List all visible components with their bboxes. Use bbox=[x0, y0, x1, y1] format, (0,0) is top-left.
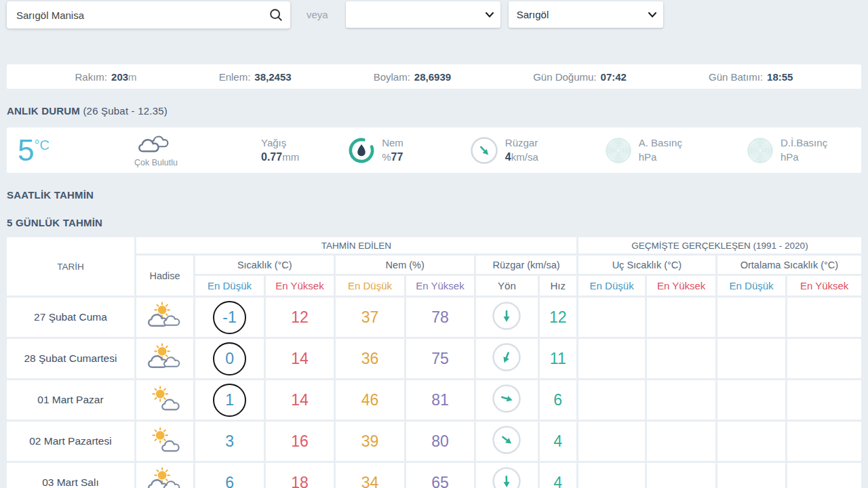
col-header-max: En Yüksek bbox=[787, 276, 861, 296]
past-average-max bbox=[787, 463, 861, 488]
sun-clouds-icon bbox=[146, 384, 184, 413]
wind-speed-value: 6 bbox=[540, 380, 576, 420]
col-header-max: En Yüksek bbox=[647, 276, 715, 296]
forecast-row: 02 Mart Pazartesi 3 16 39 80 4 bbox=[7, 422, 861, 461]
forecast-row: 01 Mart Pazar 1 14 46 81 6 bbox=[7, 380, 861, 420]
pressure-rings-icon bbox=[747, 137, 774, 164]
current-wind: Rüzgar 4km/sa bbox=[470, 136, 538, 165]
humidity-max-value: 81 bbox=[406, 380, 474, 420]
col-header-wind: Rüzgar (km/sa) bbox=[476, 256, 576, 274]
wind-direction-icon bbox=[492, 384, 521, 413]
current-precip: Yağış 0.77mm bbox=[261, 136, 299, 165]
past-extreme-max bbox=[647, 463, 715, 488]
forecast-table: TARİH TAHMİN EDİLEN GEÇMİŞTE GERÇEKLEŞEN… bbox=[5, 235, 863, 488]
station-info-bar: Rakım:203m Enlem:38,2453 Boylam:28,6939 … bbox=[7, 64, 861, 89]
past-average-max bbox=[787, 298, 861, 337]
forecast-row: 03 Mart Salı 6 18 34 65 4 bbox=[7, 463, 861, 488]
past-extreme-min bbox=[578, 380, 645, 420]
temp-max-value: 16 bbox=[266, 422, 334, 461]
wind-direction-icon bbox=[492, 301, 521, 331]
weather-event-cell bbox=[136, 380, 193, 420]
past-average-max bbox=[787, 380, 861, 420]
past-extreme-min bbox=[578, 463, 645, 488]
temp-max-value: 12 bbox=[266, 298, 334, 337]
sun-clouds-icon bbox=[146, 426, 184, 454]
past-extreme-max bbox=[647, 339, 715, 378]
temp-max-value: 14 bbox=[266, 339, 334, 378]
current-section-title: ANLIK DURUM (26 Şubat - 12.35) bbox=[7, 105, 861, 117]
col-header-event: Hadise bbox=[136, 256, 193, 296]
longitude: Boylam:28,6939 bbox=[374, 71, 451, 83]
col-header-date: TARİH bbox=[7, 237, 134, 296]
humidity-min-value: 36 bbox=[336, 339, 403, 378]
wind-direction-cell bbox=[476, 422, 537, 461]
past-extreme-max bbox=[647, 298, 715, 337]
past-average-max bbox=[787, 339, 861, 378]
humidity-max-value: 78 bbox=[406, 298, 474, 337]
humidity-min-value: 46 bbox=[336, 380, 403, 420]
past-average-max bbox=[787, 422, 861, 461]
sunset: Gün Batımı:18:55 bbox=[709, 71, 793, 83]
wind-direction-cell bbox=[476, 339, 537, 378]
weather-event-cell bbox=[136, 339, 193, 378]
forecast-date: 02 Mart Pazartesi bbox=[7, 422, 134, 461]
col-header-min: En Düşük bbox=[578, 276, 645, 296]
wind-direction-icon bbox=[492, 342, 521, 372]
col-header-direction: Yön bbox=[476, 276, 537, 296]
temp-min-value: 0 bbox=[213, 342, 246, 375]
current-condition: Çok Bulutlu bbox=[119, 133, 193, 167]
forecast-row: 28 Şubat Cumartesi 0 14 36 75 11 bbox=[7, 339, 861, 378]
location-search-box[interactable] bbox=[7, 1, 290, 28]
col-header-max: En Yüksek bbox=[266, 276, 334, 296]
humidity-min-value: 34 bbox=[336, 463, 403, 488]
past-extreme-max bbox=[647, 380, 715, 420]
past-average-min bbox=[717, 463, 785, 488]
past-average-min bbox=[717, 339, 785, 378]
wind-direction-icon bbox=[470, 136, 498, 165]
temp-min-value: 6 bbox=[225, 474, 234, 488]
col-header-temp: Sıcaklık (°C) bbox=[195, 256, 334, 274]
hourly-section-title: SAATLİK TAHMİN bbox=[7, 189, 861, 201]
wind-direction-icon bbox=[492, 466, 521, 488]
col-header-speed: Hız bbox=[540, 276, 576, 296]
temp-max-value: 18 bbox=[266, 463, 334, 488]
col-header-extreme-temp: Uç Sıcaklık (°C) bbox=[578, 256, 715, 274]
group-header-past: GEÇMİŞTE GERÇEKLEŞEN (1991 - 2020) bbox=[578, 237, 861, 253]
group-header-forecast: TAHMİN EDİLEN bbox=[136, 237, 576, 253]
temp-min-value: 3 bbox=[225, 432, 234, 450]
past-average-min bbox=[717, 380, 785, 420]
weather-event-cell bbox=[136, 298, 193, 337]
past-extreme-min bbox=[578, 339, 645, 378]
humidity-max-value: 65 bbox=[406, 463, 474, 488]
temp-min-value: 1 bbox=[213, 384, 246, 417]
forecast-date: 28 Şubat Cumartesi bbox=[7, 339, 134, 378]
latitude: Enlem:38,2453 bbox=[219, 71, 292, 83]
past-extreme-max bbox=[647, 422, 715, 461]
forecast-row: 27 Şubat Cuma -1 12 37 78 12 bbox=[7, 298, 861, 337]
daily-section-title: 5 GÜNLÜK TAHMİN bbox=[7, 217, 861, 228]
past-extreme-min bbox=[578, 298, 645, 337]
humidity-max-value: 80 bbox=[406, 422, 474, 461]
chevron-down-icon bbox=[486, 12, 494, 18]
temp-max-value: 14 bbox=[266, 380, 334, 420]
humidity-min-value: 39 bbox=[336, 422, 403, 461]
search-input[interactable] bbox=[16, 9, 269, 21]
humidity-min-value: 37 bbox=[336, 298, 403, 337]
col-header-min: En Düşük bbox=[195, 276, 263, 296]
sun-clouds-icon bbox=[146, 302, 184, 330]
weather-event-cell bbox=[136, 422, 193, 461]
forecast-date: 27 Şubat Cuma bbox=[7, 298, 134, 337]
past-extreme-min bbox=[578, 422, 645, 461]
pressure-rings-icon bbox=[605, 137, 632, 164]
wind-direction-cell bbox=[476, 380, 537, 420]
wind-direction-cell bbox=[476, 298, 537, 337]
wind-speed-value: 4 bbox=[540, 422, 576, 461]
search-icon[interactable] bbox=[269, 7, 283, 22]
current-temperature: 5°C bbox=[7, 136, 119, 165]
wind-direction-icon bbox=[492, 425, 521, 455]
cloudy-icon bbox=[138, 133, 174, 157]
district-select[interactable]: Sarıgöl bbox=[509, 1, 663, 28]
chevron-down-icon bbox=[648, 12, 656, 18]
sun-clouds-icon bbox=[146, 343, 184, 371]
province-select[interactable] bbox=[346, 1, 500, 28]
